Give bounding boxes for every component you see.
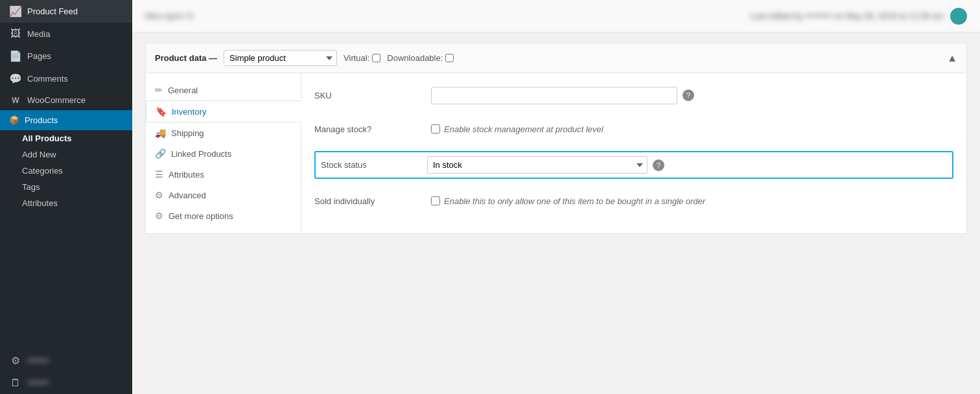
tab-get-more-options[interactable]: ⚙ Get more options bbox=[146, 205, 301, 226]
attributes-icon: ☰ bbox=[155, 169, 163, 180]
sku-help-icon[interactable]: ? bbox=[682, 89, 694, 101]
sidebar-sub-tags[interactable]: Tags bbox=[0, 179, 132, 195]
media-icon: 🖼 bbox=[9, 28, 22, 40]
linked-icon: 🔗 bbox=[155, 148, 166, 159]
sold-individually-row: Sold individually Enable this to only al… bbox=[314, 189, 953, 213]
virtual-check-label[interactable]: Virtual: bbox=[344, 53, 380, 63]
get-more-icon: ⚙ bbox=[155, 211, 163, 221]
manage-stock-input-area: Enable stock management at product level bbox=[431, 124, 953, 134]
downloadable-checkbox[interactable] bbox=[445, 54, 454, 62]
product-data-panel: Product data — Simple product Variable p… bbox=[145, 43, 967, 234]
main-content: Woo sport ① Last edited by ••••••••• on … bbox=[132, 0, 980, 394]
advanced-icon: ⚙ bbox=[155, 190, 163, 200]
product-type-select[interactable]: Simple product Variable product Grouped … bbox=[224, 50, 337, 66]
stock-status-select-wrap: In stock Out of stock On backorder ? bbox=[427, 156, 664, 174]
blurred-top-bar: Woo sport ① Last edited by ••••••••• on … bbox=[132, 0, 980, 32]
sub-item-label: Categories bbox=[22, 166, 63, 176]
sub-item-label: All Products bbox=[22, 133, 72, 143]
sku-input-area: ? bbox=[431, 87, 953, 104]
manage-stock-checkbox-label[interactable]: Enable stock management at product level bbox=[431, 124, 603, 134]
product-feed-icon: 📈 bbox=[9, 5, 22, 17]
sidebar: 📈 Product Feed 🖼 Media 📄 Pages 💬 Comment… bbox=[0, 0, 132, 394]
tab-advanced-label: Advanced bbox=[169, 191, 206, 200]
sidebar-item-woocommerce[interactable]: W WooCommerce bbox=[0, 90, 132, 110]
tab-attributes[interactable]: ☰ Attributes bbox=[146, 164, 301, 185]
sidebar-item-pages[interactable]: 📄 Pages bbox=[0, 45, 132, 67]
tab-shipping[interactable]: 🚚 Shipping bbox=[146, 122, 301, 143]
tab-general[interactable]: ✏ General bbox=[146, 80, 301, 100]
sidebar-item-label: Product Feed bbox=[27, 6, 78, 16]
sub-item-label: Tags bbox=[22, 182, 40, 192]
sidebar-item-bottom-1[interactable]: ⚙ •••••••• bbox=[0, 349, 132, 372]
breadcrumb-blurred: Woo sport ① bbox=[145, 11, 194, 21]
product-data-header: Product data — Simple product Variable p… bbox=[146, 43, 966, 73]
shipping-icon: 🚚 bbox=[155, 128, 166, 138]
inventory-icon: 🔖 bbox=[156, 106, 167, 117]
virtual-checkbox[interactable] bbox=[372, 54, 380, 62]
sub-item-label: Add New bbox=[22, 150, 56, 159]
pages-icon: 📄 bbox=[9, 50, 22, 62]
stock-status-help-icon[interactable]: ? bbox=[653, 159, 664, 171]
stock-status-select[interactable]: In stock Out of stock On backorder bbox=[427, 156, 648, 174]
tab-inventory[interactable]: 🔖 Inventory bbox=[146, 100, 301, 122]
sidebar-bottom2-label: •••••••• bbox=[27, 378, 49, 388]
manage-stock-row: Manage stock? Enable stock management at… bbox=[314, 117, 953, 141]
tab-shipping-label: Shipping bbox=[171, 128, 204, 138]
sidebar-item-bottom-2[interactable]: 🗒 •••••••• bbox=[0, 372, 132, 394]
sidebar-item-comments[interactable]: 💬 Comments bbox=[0, 67, 132, 90]
panel-tabs: ✏ General 🔖 Inventory 🚚 Shipping 🔗 Linke… bbox=[146, 73, 301, 233]
inventory-panel-content: SKU ? Manage stock? Enable stock manag bbox=[301, 73, 966, 233]
sidebar-item-label: Pages bbox=[27, 51, 51, 61]
sidebar-sub-attributes[interactable]: Attributes bbox=[0, 195, 132, 211]
sidebar-bottom1-label: •••••••• bbox=[27, 356, 49, 365]
sold-individually-checkbox-label[interactable]: Enable this to only allow one of this it… bbox=[431, 196, 705, 206]
manage-stock-checkbox-text: Enable stock management at product level bbox=[444, 124, 603, 134]
manage-stock-checkbox[interactable] bbox=[431, 124, 440, 133]
header-left: Product data — Simple product Variable p… bbox=[155, 50, 454, 66]
tab-linked-products[interactable]: 🔗 Linked Products bbox=[146, 143, 301, 164]
last-edited-blurred: Last edited by ••••••••• on May 28, 2019… bbox=[751, 11, 944, 21]
sidebar-item-label: Products bbox=[25, 115, 58, 125]
sidebar-sub-all-products[interactable]: All Products bbox=[0, 130, 132, 146]
sku-input[interactable] bbox=[431, 87, 677, 104]
product-data-title: Product data — bbox=[155, 53, 217, 63]
tab-get-more-label: Get more options bbox=[169, 211, 233, 221]
woocommerce-icon: W bbox=[9, 96, 22, 105]
bottom2-icon: 🗒 bbox=[9, 377, 22, 389]
sold-individually-input-area: Enable this to only allow one of this it… bbox=[431, 196, 953, 206]
sold-individually-checkbox[interactable] bbox=[431, 196, 440, 205]
manage-stock-label: Manage stock? bbox=[314, 124, 431, 134]
content-area: Product data — Simple product Variable p… bbox=[132, 32, 980, 394]
sidebar-sub-add-new[interactable]: Add New bbox=[0, 146, 132, 163]
sold-individually-label: Sold individually bbox=[314, 196, 431, 206]
tab-inventory-label: Inventory bbox=[172, 107, 206, 117]
tab-general-label: General bbox=[168, 86, 198, 95]
sku-label: SKU bbox=[314, 91, 431, 100]
general-icon: ✏ bbox=[155, 85, 163, 95]
sidebar-item-product-feed[interactable]: 📈 Product Feed bbox=[0, 0, 132, 23]
tab-linked-label: Linked Products bbox=[171, 149, 231, 159]
sub-item-label: Attributes bbox=[22, 198, 58, 208]
sold-individually-text: Enable this to only allow one of this it… bbox=[444, 196, 705, 206]
sidebar-item-label: WooCommerce bbox=[27, 95, 86, 105]
sidebar-item-media[interactable]: 🖼 Media bbox=[0, 23, 132, 45]
downloadable-check-label[interactable]: Downloadable: bbox=[387, 53, 454, 63]
sidebar-sub-categories[interactable]: Categories bbox=[0, 163, 132, 179]
virtual-label: Virtual: bbox=[344, 53, 369, 63]
sidebar-item-label: Comments bbox=[27, 74, 68, 84]
collapse-button[interactable]: ▲ bbox=[947, 52, 957, 64]
comments-icon: 💬 bbox=[9, 73, 22, 85]
stock-status-row: Stock status In stock Out of stock On ba… bbox=[314, 151, 953, 179]
products-icon: 📦 bbox=[9, 115, 19, 125]
stock-status-label: Stock status bbox=[321, 160, 427, 170]
tab-attributes-label: Attributes bbox=[169, 170, 204, 180]
tab-advanced[interactable]: ⚙ Advanced bbox=[146, 185, 301, 205]
bottom1-icon: ⚙ bbox=[9, 354, 22, 367]
user-avatar bbox=[950, 8, 967, 25]
sidebar-item-products[interactable]: 📦 Products bbox=[0, 110, 132, 130]
downloadable-label: Downloadable: bbox=[387, 53, 443, 63]
panel-body: ✏ General 🔖 Inventory 🚚 Shipping 🔗 Linke… bbox=[146, 73, 966, 233]
sku-row: SKU ? bbox=[314, 84, 953, 107]
sidebar-item-label: Media bbox=[27, 29, 50, 39]
